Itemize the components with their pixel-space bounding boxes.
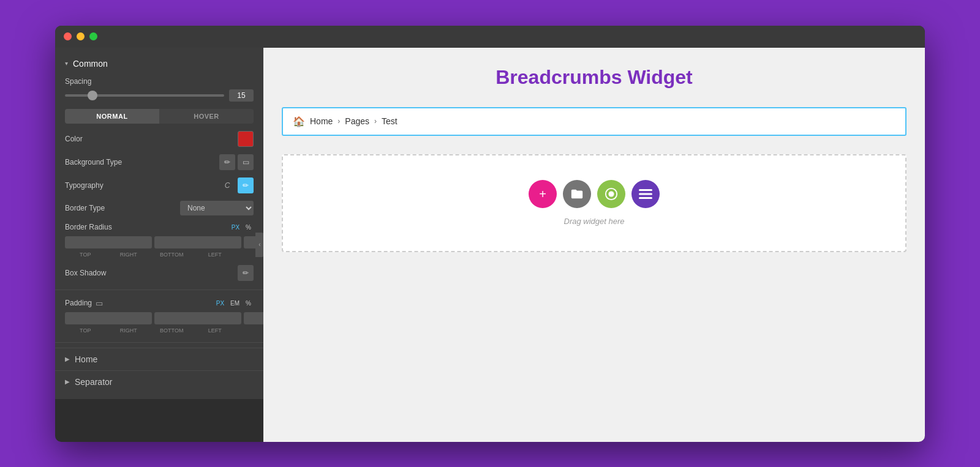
- background-type-icons: ✏ ▭: [219, 154, 254, 170]
- border-type-select[interactable]: None Solid Dashed Dotted Double: [180, 201, 254, 215]
- padding-bottom-input[interactable]: [244, 312, 263, 324]
- padding-label-row: Padding ▭ PX EM %: [65, 299, 254, 308]
- separator-chevron-icon: ▶: [65, 378, 70, 385]
- padding-unit-em[interactable]: EM: [228, 299, 242, 308]
- typography-field: Typography C ✏: [55, 174, 263, 197]
- drag-text: Drag widget here: [564, 217, 625, 226]
- padding-right-input[interactable]: [154, 312, 241, 324]
- padding-label-top: TOP: [65, 327, 106, 334]
- padding-unit-pct[interactable]: %: [243, 299, 254, 308]
- hover-tab[interactable]: HOVER: [159, 109, 254, 124]
- background-type-label: Background Type: [65, 158, 122, 166]
- menu-widget-button[interactable]: [631, 180, 660, 208]
- box-shadow-label: Box Shadow: [65, 269, 106, 277]
- typography-c-icon[interactable]: C: [219, 177, 235, 193]
- br-label-left: LEFT: [195, 252, 236, 258]
- breadcrumb-test[interactable]: Test: [382, 116, 398, 126]
- sidebar-collapse-handle[interactable]: ‹: [255, 233, 264, 257]
- border-radius-label: Border Radius: [65, 223, 112, 231]
- add-widget-button[interactable]: +: [529, 180, 557, 208]
- home-chevron-icon: ▶: [65, 356, 70, 362]
- br-label-right: RIGHT: [108, 252, 149, 258]
- divider-1: [55, 290, 263, 290]
- background-type-field: Background Type ✏ ▭: [55, 151, 263, 174]
- svg-rect-2: [639, 189, 652, 191]
- padding-inputs: 🔗: [65, 310, 254, 326]
- padding-label-left: Padding ▭: [65, 299, 103, 308]
- svg-rect-3: [639, 193, 652, 195]
- padding-label-left: LEFT: [195, 327, 236, 334]
- divider-2: [55, 342, 263, 343]
- spacing-label: Spacing: [65, 77, 254, 86]
- page-title: Breadcrumbs Widget: [282, 66, 907, 89]
- sidebar: ▾ Common Spacing 15 NORMAL HOVER: [55, 48, 263, 399]
- br-label-bottom: BOTTOM: [151, 252, 192, 258]
- widget-drop-area: +: [282, 154, 907, 252]
- minimize-button[interactable]: [77, 32, 85, 40]
- maximize-button[interactable]: [89, 32, 97, 40]
- app-window: ▾ Common Spacing 15 NORMAL HOVER: [55, 26, 925, 442]
- home-section-label: Home: [75, 354, 97, 364]
- breadcrumb-home[interactable]: Home: [310, 116, 333, 126]
- border-radius-units: PX %: [229, 223, 254, 232]
- border-radius-sub-labels: TOP RIGHT BOTTOM LEFT: [65, 252, 254, 258]
- common-section-header[interactable]: ▾ Common: [55, 54, 263, 73]
- padding-section: Padding ▭ PX EM % �: [55, 295, 263, 337]
- border-radius-section: Border Radius PX % 🔗 TOP: [55, 219, 263, 261]
- separator-section-header[interactable]: ▶ Separator: [55, 370, 263, 393]
- typography-icons: C ✏: [219, 177, 254, 193]
- breadcrumb-sep-2: ›: [374, 117, 377, 125]
- box-shadow-edit-icon[interactable]: ✏: [238, 265, 254, 281]
- padding-label-bottom: BOTTOM: [151, 327, 192, 334]
- color-swatch[interactable]: [238, 131, 254, 147]
- folder-widget-button[interactable]: [563, 180, 591, 208]
- svg-rect-4: [639, 197, 652, 199]
- spacing-slider[interactable]: [65, 94, 224, 97]
- spacing-field: Spacing 15: [55, 73, 263, 105]
- border-radius-inputs: 🔗: [65, 234, 254, 250]
- breadcrumb-home-icon: 🏠: [293, 116, 305, 127]
- typography-edit-icon[interactable]: ✏: [238, 177, 254, 193]
- breadcrumb-container: 🏠 Home › Pages › Test: [282, 107, 907, 136]
- normal-tab[interactable]: NORMAL: [65, 109, 159, 124]
- separator-section-label: Separator: [75, 377, 112, 387]
- br-unit-pct[interactable]: %: [243, 223, 254, 232]
- br-label-top: TOP: [65, 252, 106, 258]
- breadcrumb-sep-1: ›: [337, 117, 340, 125]
- common-chevron-icon: ▾: [65, 60, 68, 67]
- sidebar-wrapper: ▾ Common Spacing 15 NORMAL HOVER: [55, 48, 263, 442]
- br-top-input[interactable]: [65, 236, 152, 248]
- padding-monitor-icon: ▭: [96, 299, 103, 308]
- svg-point-1: [608, 191, 614, 196]
- home-section-header[interactable]: ▶ Home: [55, 348, 263, 370]
- padding-label-right: RIGHT: [108, 327, 149, 334]
- spacing-value-input[interactable]: 15: [229, 89, 254, 102]
- titlebar: [55, 26, 925, 48]
- color-label: Color: [65, 135, 83, 143]
- settings-widget-button[interactable]: [597, 180, 625, 208]
- padding-units: PX EM %: [214, 299, 254, 308]
- close-button[interactable]: [64, 32, 72, 40]
- common-section-label: Common: [73, 59, 108, 69]
- typography-label: Typography: [65, 181, 104, 190]
- background-pencil-icon[interactable]: ✏: [219, 154, 235, 170]
- box-shadow-field: Box Shadow ✏: [55, 261, 263, 285]
- breadcrumb-pages[interactable]: Pages: [345, 116, 369, 126]
- br-unit-px[interactable]: PX: [229, 223, 242, 232]
- widget-buttons: +: [529, 180, 660, 208]
- padding-unit-px[interactable]: PX: [214, 299, 227, 308]
- state-toggle-group: NORMAL HOVER: [65, 109, 254, 124]
- padding-top-input[interactable]: [65, 312, 152, 324]
- main-content: Breadcrumbs Widget 🏠 Home › Pages › Test…: [263, 48, 925, 442]
- border-radius-label-row: Border Radius PX %: [65, 223, 254, 232]
- background-rect-icon[interactable]: ▭: [238, 154, 254, 170]
- content-area: ▾ Common Spacing 15 NORMAL HOVER: [55, 48, 925, 442]
- br-right-input[interactable]: [154, 236, 241, 248]
- padding-label: Padding: [65, 299, 92, 307]
- spacing-slider-container: 15: [65, 89, 254, 102]
- padding-sub-labels: TOP RIGHT BOTTOM LEFT: [65, 327, 254, 334]
- border-type-label: Border Type: [65, 204, 105, 212]
- color-field: Color: [55, 127, 263, 151]
- border-type-field: Border Type None Solid Dashed Dotted Dou…: [55, 197, 263, 219]
